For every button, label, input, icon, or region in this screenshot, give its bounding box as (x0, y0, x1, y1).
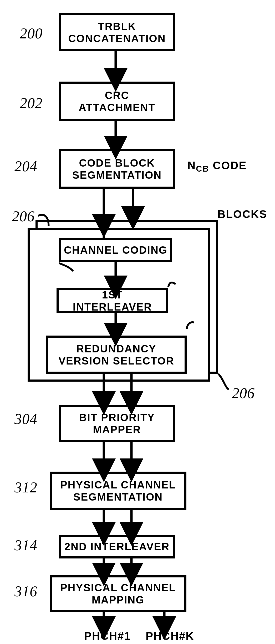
connectors-svg (0, 0, 275, 644)
flowchart-canvas: 200 202 204 206 208 300 302 206 304 312 … (0, 0, 275, 644)
